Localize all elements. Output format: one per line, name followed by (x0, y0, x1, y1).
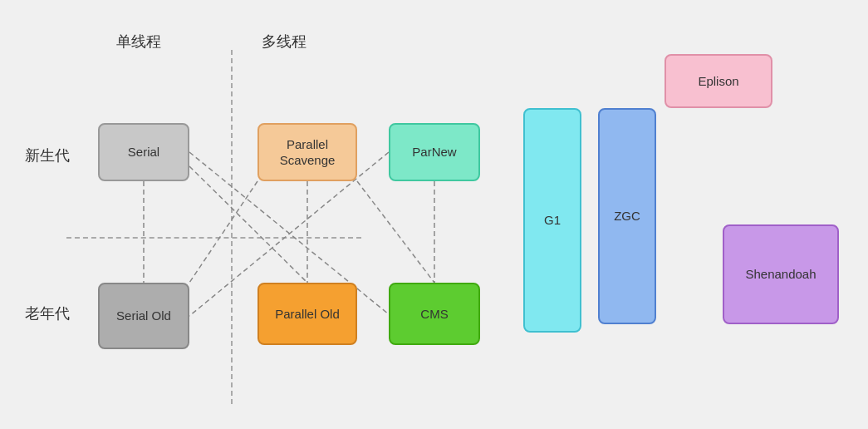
horizontal-divider (66, 237, 361, 239)
gc-box-serial: Serial (98, 123, 189, 181)
vertical-divider (231, 50, 233, 404)
svg-line-2 (189, 181, 257, 283)
gc-box-epsilon: Eplison (664, 54, 772, 108)
gc-box-parallel-scavenge: Parallel Scavenge (257, 123, 357, 181)
gc-box-cms: CMS (389, 283, 480, 345)
single-thread-label: 单线程 (116, 32, 161, 52)
old-gen-label: 老年代 (25, 303, 70, 323)
gc-box-parnew: ParNew (389, 123, 480, 181)
gc-box-serial-old: Serial Old (98, 283, 189, 349)
gc-box-parallel-old: Parallel Old (257, 283, 357, 345)
gc-box-g1: G1 (523, 108, 581, 333)
svg-line-6 (357, 181, 434, 283)
gc-box-shenandoah: Shenandoah (723, 224, 839, 324)
new-gen-label: 新生代 (25, 145, 70, 165)
svg-line-7 (189, 166, 307, 283)
multi-thread-label: 多线程 (262, 32, 306, 52)
diagram-container: 单线程 多线程 新生代 老年代 SerialSerial OldParallel… (0, 0, 868, 429)
gc-box-zgc: ZGC (598, 108, 656, 324)
